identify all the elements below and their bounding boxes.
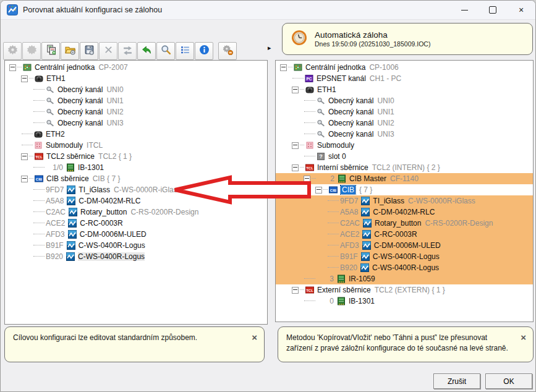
tree-item[interactable]: Obecný kanálUNI0 (276, 95, 533, 106)
ok-button[interactable]: OK (485, 373, 532, 389)
tree-item[interactable]: 9FD7TI_iGlassC-WS-0000R-iGlass (5, 184, 267, 195)
expand-toggle-icon[interactable] (280, 64, 287, 71)
expand-toggle-icon[interactable] (292, 287, 299, 294)
device-icon (66, 252, 75, 261)
tree-connector (288, 67, 292, 68)
tree-item-label: C-WS-0400R-Logus (372, 263, 439, 272)
settings-button[interactable] (22, 42, 41, 60)
tree-item[interactable]: TCLExterní sběrniceTCL2 (EXTERN) { 1 } (276, 284, 533, 296)
left-hint-close-icon[interactable]: × (252, 331, 257, 344)
tree-item[interactable]: TCLInterní sběrniceTCL2 (INTERN) { 2 } (276, 162, 533, 173)
tree-item-label: ETH1 (317, 85, 336, 94)
tree-item[interactable]: Obecný kanálUNI0 (5, 84, 267, 95)
tree-item[interactable]: Centrální jednotkaCP-2007 (5, 62, 267, 73)
tree-item[interactable]: A5A8C-DM-0402M-RLC (276, 207, 533, 218)
tree-connector (300, 167, 304, 168)
tree-connector (312, 178, 316, 179)
tree-item[interactable]: B91FC-WS-0400R-Logus (5, 240, 267, 251)
open-backup-button[interactable] (61, 42, 79, 60)
tree-item-label: ETH1 (46, 74, 66, 83)
remove-settings-button[interactable] (218, 42, 237, 60)
tree-item[interactable]: 9FD7TI_iGlassC-WS-0000R-iGlass (276, 195, 533, 207)
tree-item[interactable]: C2ACRotary_buttonC-RS-0200R-Design (5, 207, 267, 218)
search-button[interactable] (156, 42, 175, 60)
expand-toggle-icon[interactable] (9, 64, 16, 71)
swap-configs-button[interactable] (118, 42, 137, 60)
expand-toggle-icon[interactable] (292, 142, 299, 149)
tree-item-label: CIB (341, 185, 355, 194)
tree-item[interactable]: TCLTCL2 sběrniceTCL2 { 1 } (5, 151, 267, 162)
tree-item[interactable]: 3IR-1059 (276, 273, 533, 284)
expand-toggle-icon[interactable] (21, 75, 28, 82)
info-button[interactable] (195, 42, 213, 60)
toolbar-overflow-icon[interactable]: ▸ (268, 44, 271, 52)
maximize-button[interactable] (479, 1, 507, 19)
tree-item[interactable]: C2ACRotary_buttonC-RS-0200R-Design (276, 218, 533, 229)
copy-backup-button[interactable] (41, 42, 60, 60)
expand-toggle-icon[interactable] (315, 187, 322, 194)
tree-connector (33, 211, 45, 213)
tree-item[interactable]: ETH1 (5, 73, 267, 84)
tree-item[interactable]: AFD3C-DM-0006M-ULED (5, 229, 267, 240)
tree-item[interactable]: Obecný kanálUNI3 (5, 117, 267, 129)
tcl-icon: TCL (35, 152, 43, 161)
backup-configuration-panel[interactable]: Centrální jednotkaCP-1006PCEPSNET kanálC… (275, 60, 534, 322)
tree-item[interactable]: 2CIB MasterCF-1140 (276, 173, 533, 184)
tree-item[interactable]: ACE2C-RC-0003R (276, 229, 533, 240)
tree-item[interactable]: ETH2 (5, 129, 267, 140)
expand-toggle-icon[interactable] (21, 176, 28, 182)
tree-item[interactable]: 1/0IB-1301 (5, 162, 267, 173)
tree-item[interactable]: ETH1 (276, 84, 533, 95)
tree-connector (292, 78, 304, 79)
undo-button[interactable] (137, 42, 156, 60)
tree-item[interactable]: A5A8C-DM-0402M-RLC (5, 195, 267, 207)
tree-item[interactable]: B920C-WS-0400R-Logus (5, 251, 267, 262)
device-icon (68, 230, 77, 239)
tree-item[interactable]: Submoduly (276, 140, 533, 151)
tree-item-value: UNI3 (377, 130, 394, 138)
right-hint-text: Metodou 'Kopírovat/Vložit' nebo 'Táhni a… (286, 333, 508, 352)
tree-item-value: CP-2007 (98, 63, 127, 72)
right-hint-close-icon[interactable]: × (521, 331, 526, 344)
tree-item-label: C-RC-0003R (80, 219, 122, 228)
compare-configuration-dialog: Porovnat aktuální konfiguraci se zálohou… (0, 0, 536, 392)
tree-connector (304, 111, 315, 113)
tree-item[interactable]: 0IB-1301 (276, 296, 533, 307)
tree-item-address: B91F (340, 252, 358, 261)
toolbar-separator (214, 43, 218, 59)
tree-item[interactable]: CIBCIB{ 7 } (276, 184, 533, 195)
tree-item[interactable]: Obecný kanálUNI2 (5, 106, 267, 117)
tree-item[interactable]: Centrální jednotkaCP-1006 (276, 62, 533, 73)
expand-toggle-icon[interactable] (292, 164, 299, 171)
compare-icon (122, 45, 133, 58)
tree-item[interactable]: CIBCIB sběrniceCIB { 7 } (5, 173, 267, 184)
tree-item[interactable]: ?slot 0 (276, 151, 533, 162)
module-icon (66, 163, 75, 172)
tree-item[interactable]: SubmodulyITCL (5, 140, 267, 151)
tree-item[interactable]: Obecný kanálUNI1 (5, 95, 267, 106)
save-backup-button[interactable] (80, 42, 98, 60)
properties-button[interactable] (3, 42, 22, 60)
tree-item[interactable]: PCEPSNET kanálCH1 - PC (276, 73, 533, 84)
tcl-icon: TCL (305, 286, 314, 294)
cancel-button[interactable]: Zrušit (433, 373, 480, 389)
tree-item[interactable]: AFD3C-DM-0006M-ULED (276, 240, 533, 251)
tree-item[interactable]: Obecný kanálUNI3 (276, 129, 533, 140)
current-configuration-panel[interactable]: Centrální jednotkaCP-2007ETH1Obecný kaná… (4, 60, 268, 325)
current-configuration-tree: Centrální jednotkaCP-2007ETH1Obecný kaná… (5, 61, 267, 262)
tree-item-value: UNI0 (377, 96, 394, 105)
tree-item[interactable]: B91FC-WS-0400R-Logus (276, 251, 533, 262)
tools-button[interactable] (99, 42, 117, 60)
tree-item-address: A5A8 (340, 208, 358, 216)
minimize-button[interactable] (450, 1, 479, 19)
expand-toggle-icon[interactable] (21, 153, 28, 160)
details-button[interactable] (176, 42, 194, 60)
expand-toggle-icon[interactable] (304, 176, 310, 182)
tree-item-address: B91F (46, 241, 64, 250)
tree-item[interactable]: B920C-WS-0400R-Logus (276, 262, 533, 273)
tree-item[interactable]: Obecný kanálUNI1 (276, 106, 533, 117)
tree-item[interactable]: ACE2C-RC-0003R (5, 218, 267, 229)
tree-item[interactable]: Obecný kanálUNI2 (276, 117, 533, 129)
close-button[interactable]: × (507, 1, 535, 19)
expand-toggle-icon[interactable] (292, 87, 299, 93)
